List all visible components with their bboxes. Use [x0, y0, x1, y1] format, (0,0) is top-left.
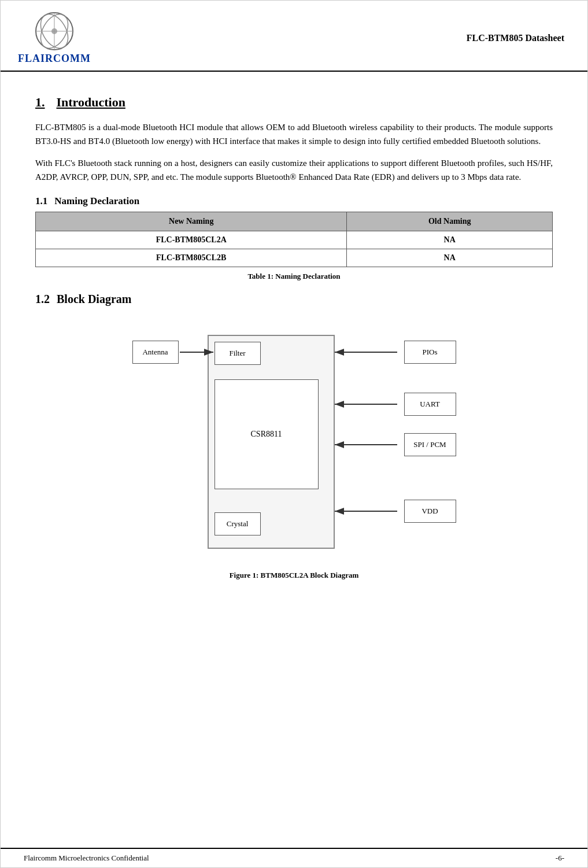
figure-caption: Figure 1: BTM805CL2A Block Diagram [230, 571, 359, 580]
logo-text-plain: FLAIR [18, 53, 53, 64]
crystal-label: Crystal [227, 519, 249, 529]
section1-1-heading: 1.1Naming Declaration [35, 195, 553, 207]
footer: Flaircomm Microelectronics Confidential … [1, 848, 587, 867]
crystal-box: Crystal [215, 512, 261, 535]
table-header-new: New Naming [36, 212, 347, 231]
antenna-box: Antenna [132, 341, 179, 364]
table-header-old: Old Naming [347, 212, 553, 231]
block-diagram-container: Antenna Filter CSR8811 Crystal [35, 317, 553, 580]
table-row: FLC-BTM805CL2B NA [36, 249, 553, 267]
table-row: FLC-BTM805CL2A NA [36, 231, 553, 249]
section1-2-number: 1.2 [35, 293, 50, 305]
table-cell-old-1: NA [347, 231, 553, 249]
spi-box: SPI / PCM [404, 433, 456, 456]
uart-box: UART [404, 393, 456, 416]
logo-area: FLAIRCOMM [18, 11, 91, 65]
uart-label: UART [420, 400, 440, 409]
header: FLAIRCOMM FLC-BTM805 Datasheet [1, 1, 587, 72]
filter-label: Filter [229, 349, 245, 358]
header-title: FLC-BTM805 Datasheet [467, 33, 564, 43]
footer-left: Flaircomm Microelectronics Confidential [24, 854, 149, 863]
section1-1-number: 1.1 [35, 195, 47, 206]
module-box: Filter CSR8811 Crystal [208, 335, 335, 549]
naming-table: New Naming Old Naming FLC-BTM805CL2A NA … [35, 212, 553, 267]
section1-2-title: Block Diagram [57, 293, 131, 305]
pios-box: PIOs [404, 341, 456, 364]
table-cell-new-1: FLC-BTM805CL2A [36, 231, 347, 249]
logo-icon [34, 11, 75, 51]
table-cell-new-2: FLC-BTM805CL2B [36, 249, 347, 267]
pios-label: PIOs [422, 348, 437, 357]
section1-para2: With FLC's Bluetooth stack running on a … [35, 156, 553, 184]
table-caption: Table 1: Naming Declaration [35, 272, 553, 281]
filter-box: Filter [215, 342, 261, 365]
csr-box: CSR8811 [215, 379, 319, 489]
main-content: 1.Introduction FLC-BTM805 is a dual-mode… [1, 72, 587, 609]
logo-text: FLAIRCOMM [18, 53, 91, 65]
section1-para1: FLC-BTM805 is a dual-mode Bluetooth HCI … [35, 120, 553, 148]
logo-text-accent: COMM [53, 53, 91, 64]
spi-label: SPI / PCM [413, 440, 446, 449]
section1-1-title: Naming Declaration [54, 195, 139, 206]
antenna-label: Antenna [142, 348, 168, 357]
csr-label: CSR8811 [251, 430, 282, 439]
section1-2-heading: 1.2Block Diagram [35, 293, 553, 306]
diagram-area: Antenna Filter CSR8811 Crystal [132, 317, 456, 566]
vdd-label: VDD [421, 507, 438, 516]
section1-title: Introduction [57, 95, 125, 109]
footer-right: -6- [556, 854, 564, 863]
section1-number: 1. [35, 95, 45, 109]
table-cell-old-2: NA [347, 249, 553, 267]
vdd-box: VDD [404, 500, 456, 523]
page: FLAIRCOMM FLC-BTM805 Datasheet 1.Introdu… [0, 0, 588, 868]
section1-heading: 1.Introduction [35, 95, 553, 110]
